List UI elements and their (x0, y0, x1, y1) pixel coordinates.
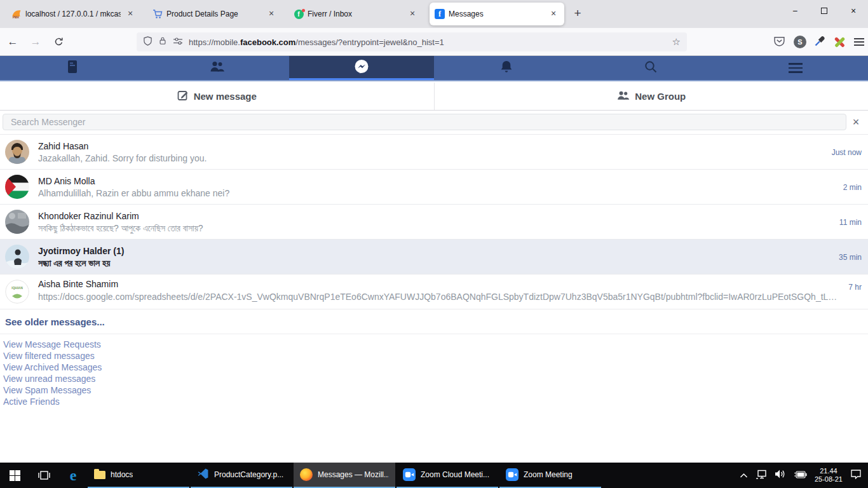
screen: PMA localhost / 127.0.0.1 / mkcasa-d × P… (0, 0, 868, 488)
view-archived-messages-link[interactable]: View Archived Messages (3, 362, 102, 373)
task-view-button[interactable] (29, 463, 58, 488)
facebook-icon: f (435, 9, 445, 19)
fb-tab-menu[interactable] (723, 56, 868, 80)
permissions-icon[interactable] (173, 36, 183, 48)
see-older-messages-link[interactable]: See older messages... (5, 316, 105, 327)
vscode-icon (197, 468, 209, 482)
url-bar[interactable]: https://mobile.facebook.com/messages/?en… (137, 32, 687, 51)
conversation-message: সবকিছু ঠিকঠাকভাবে হয়েছে? আপুকে এনেছিস ত… (38, 223, 798, 234)
fb-tab-friends[interactable] (145, 56, 290, 80)
tab-title: localhost / 127.0.0.1 / mkcasa-d (25, 10, 121, 18)
avatar (5, 140, 29, 164)
browser-tab-phpmyadmin[interactable]: PMA localhost / 127.0.0.1 / mkcasa-d × (6, 3, 141, 25)
volume-icon[interactable] (775, 470, 786, 481)
back-button[interactable]: ← (3, 32, 23, 52)
tab-title: Messages (449, 10, 544, 18)
tab-close-icon[interactable]: × (548, 8, 559, 20)
windows-taskbar: e htdocs ProductCategory.p... Messages —… (0, 463, 868, 488)
maximize-button[interactable] (810, 0, 839, 22)
firefox-icon (300, 468, 313, 481)
browser-tab-product-details[interactable]: Product Details Page × (147, 3, 282, 25)
reload-button[interactable] (48, 32, 69, 52)
new-tab-button[interactable]: + (568, 4, 587, 24)
conversation-row-anis[interactable]: MD Anis Molla Alhamdulillah, Razin er ab… (0, 170, 868, 205)
fb-tab-search[interactable] (579, 56, 724, 80)
taskbar-window-firefox[interactable]: Messages — Mozill... (294, 463, 395, 488)
clock-time: 21.44 (815, 467, 843, 475)
svg-text:IQHIAN: IQHIAN (11, 286, 23, 290)
new-group-label: New Group (635, 91, 686, 102)
search-icon (644, 60, 658, 76)
tab-close-icon[interactable]: × (125, 8, 136, 20)
fb-menu-icon (789, 63, 803, 73)
taskbar-window-vscode[interactable]: ProductCategory.p... (191, 463, 292, 488)
tray-chevron-icon[interactable] (740, 470, 748, 481)
browser-menu-icon[interactable] (854, 38, 864, 45)
view-filtered-messages-link[interactable]: View filtered messages (3, 350, 102, 362)
browser-tab-fiverr[interactable]: f Fiverr / Inbox × (288, 3, 423, 25)
url-text[interactable]: https://mobile.facebook.com/messages/?en… (189, 37, 667, 47)
conversation-row-jyotirmoy[interactable]: Jyotirmoy Halder (1) সন্ধ্যা এর পর হলে ভ… (0, 240, 868, 274)
window-controls: − × (780, 0, 868, 28)
tab-close-icon[interactable]: × (266, 8, 277, 20)
fb-tab-notifications[interactable] (434, 56, 579, 80)
tab-close-icon[interactable]: × (407, 8, 418, 20)
fb-tab-messenger-active[interactable] (289, 56, 434, 80)
browser-navbar: ← → https://mobile.facebook.com/messages… (0, 28, 868, 56)
compose-icon (177, 90, 189, 103)
eyedropper-icon[interactable] (815, 36, 825, 49)
conversation-row-aisha[interactable]: IQHIAN Aisha Binte Shamim https://docs.g… (0, 274, 868, 309)
new-message-button[interactable]: New message (0, 83, 435, 110)
conversation-name: Zahid Hasan (38, 141, 88, 151)
close-window-button[interactable]: × (839, 0, 868, 22)
conversation-row-zahid[interactable]: Zahid Hasan Jazakallah, Zahid. Sorry for… (0, 135, 868, 170)
avatar (5, 210, 29, 234)
messenger-footer-links: View Message Requests View filtered mess… (3, 339, 102, 407)
start-button[interactable] (0, 463, 29, 488)
taskbar-window-zoom-meeting[interactable]: Zoom Meeting (499, 463, 601, 488)
view-unread-messages-link[interactable]: View unread messages (3, 373, 102, 384)
taskbar-clock[interactable]: 21.44 25-08-21 (815, 467, 843, 484)
system-tray: 21.44 25-08-21 (740, 463, 868, 488)
shield-icon[interactable] (143, 36, 153, 48)
stylus-extension-icon[interactable]: S (794, 36, 806, 48)
view-spam-messages-link[interactable]: View Spam Messages (3, 384, 102, 396)
newsfeed-icon (66, 59, 79, 77)
conversation-name: Jyotirmoy Halder (1) (38, 246, 124, 256)
avatar (5, 245, 29, 269)
fiverr-icon: f (294, 9, 304, 19)
action-center-icon[interactable] (850, 469, 862, 482)
task-view-icon (38, 470, 50, 480)
conversation-row-khondoker[interactable]: Khondoker Razinul Karim সবকিছু ঠিকঠাকভাব… (0, 205, 868, 240)
friends-icon (209, 60, 225, 76)
pocket-icon[interactable] (773, 35, 785, 50)
divider (0, 334, 868, 334)
search-messenger-input[interactable] (3, 114, 846, 130)
search-clear-icon[interactable]: × (846, 116, 865, 129)
group-icon (616, 90, 630, 103)
browser-tab-messages-active[interactable]: f Messages × (430, 3, 564, 25)
edge-button[interactable]: e (58, 463, 88, 488)
taskbar-window-htdocs[interactable]: htdocs (88, 463, 189, 488)
edge-icon: e (70, 468, 77, 482)
zoom-icon (403, 468, 416, 481)
new-group-button[interactable]: New Group (435, 83, 868, 110)
battery-icon[interactable] (794, 470, 807, 481)
tab-title: Product Details Page (166, 10, 262, 18)
lock-icon[interactable] (158, 36, 167, 48)
windows-logo-icon (10, 470, 20, 481)
minimize-button[interactable]: − (780, 0, 810, 22)
fb-tab-newsfeed[interactable] (0, 56, 145, 80)
network-icon[interactable] (756, 470, 767, 482)
view-message-requests-link[interactable]: View Message Requests (3, 339, 102, 350)
conversation-list: Zahid Hasan Jazakallah, Zahid. Sorry for… (0, 134, 868, 309)
bookmark-star-icon[interactable]: ☆ (667, 36, 681, 48)
x-extension-icon[interactable] (834, 36, 846, 48)
messenger-search-row: × (0, 112, 868, 132)
forward-button[interactable]: → (25, 32, 46, 52)
active-friends-link[interactable]: Active Friends (3, 396, 102, 407)
url-bar-icons (143, 36, 183, 48)
conversation-message: https://docs.google.com/spreadsheets/d/e… (38, 292, 841, 302)
conversation-name: Khondoker Razinul Karim (38, 211, 139, 221)
taskbar-window-zoom-cloud[interactable]: Zoom Cloud Meeti... (397, 463, 498, 488)
